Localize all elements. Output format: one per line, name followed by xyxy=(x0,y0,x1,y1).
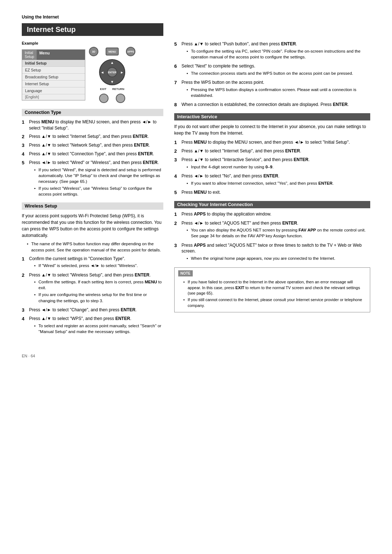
step-ws-1: 1 Confirm the current settings in "Conne… xyxy=(22,256,163,270)
note-bullets: If you have failed to connect to the Int… xyxy=(183,279,366,308)
connection-type-header: Connection Type xyxy=(22,109,163,116)
bullet-item: Pressing the WPS button displays a confi… xyxy=(187,87,370,98)
bullet-item: If you select "Wired", the signal is det… xyxy=(34,167,163,184)
left-column: Example Initial Setup Menu Initial Setup… xyxy=(22,41,163,339)
step-ws-4-bullets: To select and register an access point m… xyxy=(34,323,163,335)
bullet-item: To configure the setting via PC, select … xyxy=(187,48,370,60)
checking-connection-section: Checking Your Internet Connection 1 Pres… xyxy=(174,201,370,262)
note-label: NOTE xyxy=(178,270,193,276)
step-is-3: 3 Press ▲/▼ to select "Interactive Servi… xyxy=(174,157,370,171)
step-r-6-bullets: The connection process starts and the WP… xyxy=(187,70,370,76)
step-ct-3: 3 Press ▲/▼ to select "Network Setup", a… xyxy=(22,142,163,149)
page-footer: EN · 64 xyxy=(22,354,370,358)
note-bullet-2: If you still cannot connect to the Inter… xyxy=(183,297,366,308)
menu-item-0: Initial Setup xyxy=(22,60,85,67)
dpad-arrow-down: ▼ xyxy=(110,80,114,84)
step-is-2: 2 Press ▲/▼ to select "Internet Setup", … xyxy=(174,148,370,155)
step-cc-3-bullets: When the original home page appears, now… xyxy=(187,255,370,261)
menu-item-sub: [English] xyxy=(22,94,85,100)
step-is-4-bullets: If you want to allow Internet connection… xyxy=(187,180,370,186)
step-r-6: 6 Select "Next" to complete the settings… xyxy=(174,63,370,77)
menu-header-right: Menu xyxy=(37,50,52,60)
interactive-intro: If you do not want other people to conne… xyxy=(174,123,370,136)
remote-mockup: 3D MENU APPS ▲ ▼ ◄ ► ENTER EXIT RET xyxy=(89,47,135,103)
step-r-8: 8 When a connection is established, the … xyxy=(174,102,370,108)
checking-connection-header: Checking Your Internet Connection xyxy=(174,201,370,208)
wireless-bullet: The name of the WPS button function may … xyxy=(27,241,163,253)
remote-exit-return: EXIT RETURN xyxy=(100,87,124,91)
bullet-item: To select and register an access point m… xyxy=(34,323,163,335)
step-ct-1: 1 Press MENU to display the MENU screen,… xyxy=(22,119,163,131)
bullet-item: Confirm the settings. If each setting it… xyxy=(34,279,163,291)
step-ws-3: 3 Press ◄/► to select "Change", and then… xyxy=(22,307,163,313)
dpad-arrow-left: ◄ xyxy=(101,70,104,74)
dpad-arrow-right: ► xyxy=(120,70,124,74)
btn-menu: MENU xyxy=(106,48,119,56)
remote-dpad: ▲ ▼ ◄ ► ENTER xyxy=(99,59,125,85)
note-bullet-1: If you have failed to connect to the Int… xyxy=(183,279,366,296)
bullet-item: If "Wired" is selected, press ◄/► to sel… xyxy=(34,263,163,268)
step-is-1: 1 Press MENU to display the MENU screen,… xyxy=(174,139,370,146)
bullet-item: When the original home page appears, now… xyxy=(187,255,370,261)
step-r-7-bullets: Pressing the WPS button displays a confi… xyxy=(187,87,370,98)
remote-bottom-row xyxy=(99,94,125,103)
step-cc-2: 2 Press ◄/► to select "AQUOS NET" and th… xyxy=(174,220,370,240)
interactive-service-header: Interactive Service xyxy=(174,113,370,120)
example-section: Example Initial Setup Menu Initial Setup… xyxy=(22,41,163,103)
menu-header: Initial Setup Menu xyxy=(22,50,85,60)
checking-steps: 1 Press APPS to display the application … xyxy=(174,211,370,262)
note-box: NOTE If you have failed to connect to th… xyxy=(174,267,370,312)
bullet-item: If you want to allow Internet connection… xyxy=(187,180,370,186)
bullet-item: If you are configuring the wireless setu… xyxy=(34,292,163,303)
step-cc-2-bullets: You can also display the AQUOS NET scree… xyxy=(187,227,370,239)
page-header: Using the Internet xyxy=(22,15,370,20)
bullet-item: You can also display the AQUOS NET scree… xyxy=(187,227,370,239)
menu-mockup: Initial Setup Menu Initial Setup EZ Setu… xyxy=(22,49,85,100)
step-ct-2: 2 Press ▲/▼ to select "Internet Setup", … xyxy=(22,134,163,140)
wireless-intro: If your access point supports Wi-Fi Prot… xyxy=(22,213,163,239)
interactive-steps: 1 Press MENU to display the MENU screen,… xyxy=(174,139,370,196)
step-r-5-bullets: To configure the setting via PC, select … xyxy=(187,48,370,60)
connection-type-section: Connection Type 1 Press MENU to display … xyxy=(22,109,163,198)
btn-apps: APPS xyxy=(126,47,135,56)
step-ct-5-bullets: If you select "Wired", the signal is det… xyxy=(34,167,163,197)
wireless-setup-section: Wireless Setup If your access point supp… xyxy=(22,202,163,335)
bullet-item: The connection process starts and the WP… xyxy=(187,70,370,76)
bullet-item: The name of the WPS button function may … xyxy=(27,241,163,253)
right-top-steps: 5 Press ▲/▼ to select "Push button", and… xyxy=(174,41,370,108)
step-ws-2: 2 Press ▲/▼ to select "Wireless Setup", … xyxy=(22,272,163,305)
menu-items: Initial Setup EZ Setup Broadcasting Setu… xyxy=(22,60,85,100)
dpad-arrow-up: ▲ xyxy=(110,61,114,65)
step-ct-5: 5 Press ◄/► to select "Wired" or "Wirele… xyxy=(22,160,163,198)
menu-item-4: Language xyxy=(22,87,85,94)
step-ws-4: 4 Press ▲/▼ to select "WPS", and then pr… xyxy=(22,316,163,336)
step-ws-1-bullets: If "Wired" is selected, press ◄/► to sel… xyxy=(34,263,163,268)
step-r-7: 7 Press the WPS button on the access poi… xyxy=(174,79,370,99)
step-cc-3: 3 Press APPS and select "AQUOS NET" twic… xyxy=(174,242,370,263)
step-is-5: 5 Press MENU to exit. xyxy=(174,189,370,196)
example-box: Initial Setup Menu Initial Setup EZ Setu… xyxy=(22,47,163,103)
wireless-setup-header: Wireless Setup xyxy=(22,202,163,210)
example-label: Example xyxy=(22,41,163,45)
step-is-4: 4 Press ◄/► to select "No", and then pre… xyxy=(174,173,370,187)
step-ws-2-bullets: Confirm the settings. If each setting it… xyxy=(34,279,163,303)
bullet-item: Input the 4-digit secret number by using… xyxy=(187,164,370,170)
dpad-enter: ENTER xyxy=(107,67,117,77)
menu-item-2: Broadcasting Setup xyxy=(22,74,85,81)
step-cc-1: 1 Press APPS to display the application … xyxy=(174,211,370,218)
connection-type-steps: 1 Press MENU to display the MENU screen,… xyxy=(22,119,163,198)
bullet-item: If you select "Wireless", use "Wireless … xyxy=(34,185,163,197)
wireless-steps: 1 Confirm the current settings in "Conne… xyxy=(22,256,163,336)
menu-item-1: EZ Setup xyxy=(22,67,85,74)
menu-header-left: Initial Setup xyxy=(22,50,37,60)
header-title: Using the Internet xyxy=(22,15,59,20)
btn-bottom-left xyxy=(99,94,109,103)
step-ct-4: 4 Press ▲/▼ to select "Connection Type",… xyxy=(22,151,163,157)
menu-item-3: Internet Setup xyxy=(22,81,85,87)
remote-top-row: 3D MENU APPS xyxy=(89,47,135,56)
interactive-service-section: Interactive Service If you do not want o… xyxy=(174,113,370,196)
step-is-3-bullets: Input the 4-digit secret number by using… xyxy=(187,164,370,170)
main-title-banner: Internet Setup xyxy=(22,23,163,36)
btn-3d: 3D xyxy=(89,47,98,56)
step-r-5: 5 Press ▲/▼ to select "Push button", and… xyxy=(174,41,370,61)
